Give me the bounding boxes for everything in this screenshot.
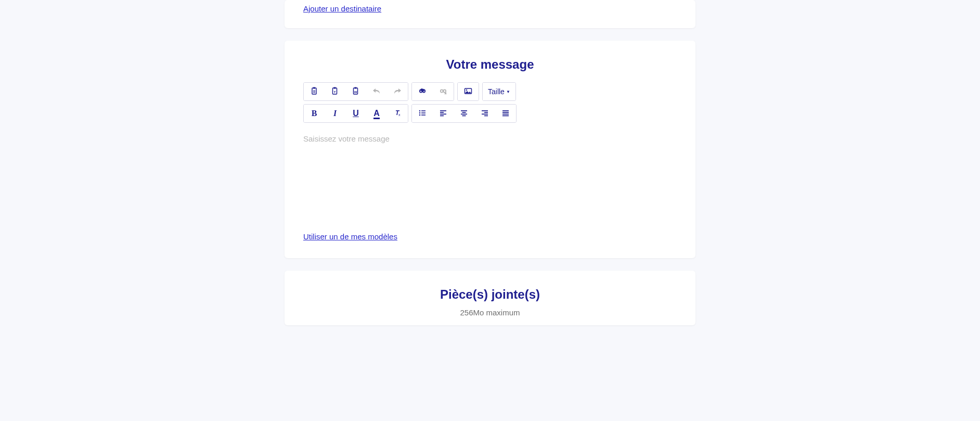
toolbar-row-2: B I U A Tx [303, 104, 677, 123]
link-icon [418, 87, 427, 97]
svg-rect-33 [461, 113, 467, 114]
svg-rect-31 [461, 110, 467, 111]
svg-rect-26 [421, 114, 425, 116]
align-center-icon [460, 109, 468, 119]
svg-rect-39 [502, 110, 509, 111]
link-button[interactable] [412, 83, 433, 100]
toolbar-group-image [457, 82, 479, 101]
align-right-button[interactable] [474, 105, 495, 122]
svg-text:W: W [354, 91, 357, 94]
svg-rect-36 [484, 112, 488, 113]
message-heading: Votre message [303, 57, 677, 72]
underline-icon: U [353, 109, 359, 118]
editor-toolbar: T W [303, 82, 677, 123]
italic-icon: I [333, 109, 337, 118]
chevron-down-icon: ▼ [506, 90, 510, 94]
svg-rect-34 [462, 115, 466, 116]
svg-text:x: x [398, 113, 401, 117]
font-size-label: Taille [488, 87, 505, 96]
svg-rect-27 [440, 110, 446, 111]
paste-text-button[interactable]: T [325, 83, 345, 100]
clipboard-text-icon: T [331, 87, 339, 97]
svg-rect-29 [440, 113, 446, 114]
align-right-icon [481, 109, 489, 119]
text-color-button[interactable]: A [366, 105, 387, 122]
svg-rect-30 [440, 115, 444, 116]
paste-button[interactable] [304, 83, 325, 100]
unlink-icon [439, 87, 447, 97]
paste-word-button[interactable]: W [345, 83, 366, 100]
svg-rect-28 [440, 112, 444, 113]
svg-rect-40 [502, 112, 509, 113]
svg-rect-41 [502, 113, 509, 114]
message-editor[interactable]: Saisissez votre message [303, 133, 677, 232]
svg-rect-6 [334, 87, 336, 88]
redo-icon [393, 87, 402, 97]
svg-point-21 [419, 110, 421, 111]
svg-point-18 [466, 89, 467, 90]
svg-rect-22 [421, 110, 425, 111]
image-button[interactable] [458, 83, 479, 100]
attachments-heading: Pièce(s) jointe(s) [303, 287, 677, 302]
italic-button[interactable]: I [325, 105, 345, 122]
underline-button[interactable]: U [345, 105, 366, 122]
use-template-link[interactable]: Utiliser un de mes modèles [303, 232, 397, 241]
undo-button[interactable] [366, 83, 387, 100]
bold-icon: B [312, 109, 317, 118]
remove-format-button[interactable]: Tx [387, 105, 408, 122]
text-color-icon: A [373, 109, 380, 118]
svg-point-23 [419, 112, 421, 113]
svg-point-25 [419, 114, 421, 116]
svg-rect-1 [313, 87, 315, 88]
bullet-list-button[interactable] [412, 105, 433, 122]
svg-rect-37 [482, 113, 488, 114]
toolbar-group-format: B I U A Tx [303, 104, 408, 123]
svg-text:T: T [334, 91, 336, 94]
toolbar-group-size: Taille ▼ [482, 82, 516, 101]
align-left-button[interactable] [433, 105, 454, 122]
toolbar-group-clipboard: T W [303, 82, 408, 101]
align-justify-icon [501, 109, 510, 119]
add-recipient-link[interactable]: Ajouter un destinataire [303, 4, 381, 13]
svg-rect-0 [312, 88, 316, 94]
svg-rect-42 [502, 115, 509, 116]
svg-rect-24 [421, 112, 425, 113]
clipboard-icon [310, 87, 318, 97]
svg-point-14 [443, 90, 446, 92]
svg-rect-9 [355, 87, 357, 88]
message-card: Votre message T [285, 41, 695, 258]
align-center-button[interactable] [454, 105, 474, 122]
align-left-icon [439, 109, 447, 119]
attachments-card: Pièce(s) jointe(s) 256Mo maximum [285, 271, 695, 325]
unlink-button[interactable] [433, 83, 454, 100]
svg-rect-35 [482, 110, 488, 111]
bold-button[interactable]: B [304, 105, 325, 122]
toolbar-row-1: T W [303, 82, 677, 101]
image-icon [464, 87, 472, 97]
svg-point-13 [441, 90, 443, 92]
font-size-dropdown[interactable]: Taille ▼ [483, 83, 515, 100]
align-justify-button[interactable] [495, 105, 516, 122]
attachments-limit: 256Mo maximum [303, 308, 677, 317]
toolbar-group-links [411, 82, 454, 101]
redo-button[interactable] [387, 83, 408, 100]
svg-rect-32 [462, 112, 466, 113]
undo-icon [372, 87, 381, 97]
recipients-card: Ajouter un destinataire [285, 0, 695, 28]
list-bullet-icon [418, 109, 427, 119]
toolbar-group-align [411, 104, 517, 123]
svg-rect-38 [484, 115, 488, 116]
clipboard-word-icon: W [352, 87, 360, 97]
remove-format-icon: Tx [393, 109, 402, 119]
